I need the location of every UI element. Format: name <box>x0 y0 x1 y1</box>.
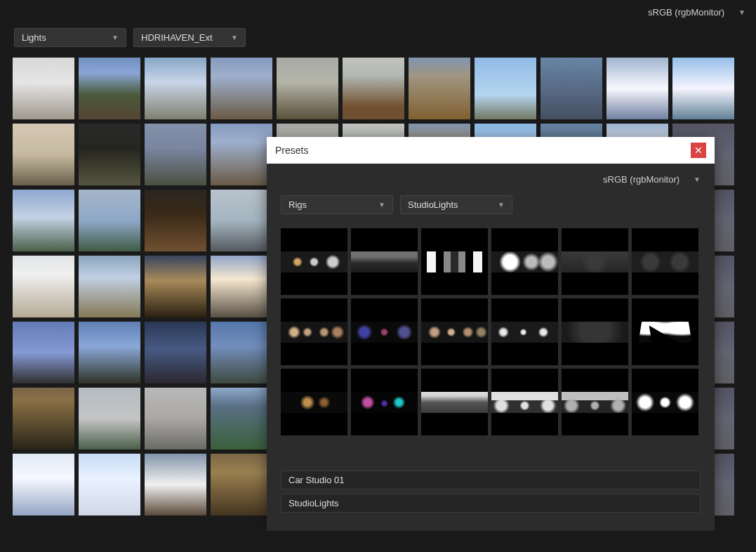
hdri-thumbnail[interactable] <box>79 454 140 515</box>
hdri-thumbnail[interactable] <box>145 322 206 383</box>
preset-thumbnail[interactable] <box>421 369 488 435</box>
modal-category-dropdown[interactable]: Rigs ▼ <box>281 195 393 214</box>
library-name-value: StudioLights <box>289 498 339 508</box>
preset-thumbnail[interactable] <box>632 228 698 295</box>
presets-dialog: Presets ✕ sRGB (rgbMonitor) ▼ Rigs ▼ Stu… <box>267 137 715 516</box>
hdri-thumbnail[interactable] <box>606 58 668 119</box>
category-label: Lights <box>22 32 46 43</box>
hdri-thumbnail[interactable] <box>79 256 140 317</box>
hdri-thumbnail[interactable] <box>145 256 206 317</box>
hdri-thumbnail[interactable] <box>13 388 74 449</box>
hdri-thumbnail[interactable] <box>79 190 140 251</box>
hdri-thumbnail[interactable] <box>13 58 74 119</box>
preset-thumbnail[interactable] <box>351 228 418 295</box>
hdri-thumbnail[interactable] <box>13 190 74 251</box>
selected-preset-field[interactable]: Car Studio 01 <box>281 471 701 489</box>
hdri-thumbnail[interactable] <box>79 58 140 119</box>
library-dropdown[interactable]: HDRIHAVEN_Ext ▼ <box>133 28 246 47</box>
modal-category-label: Rigs <box>289 199 307 210</box>
preset-thumbnail[interactable] <box>632 369 698 435</box>
preset-thumbnail-grid <box>281 228 701 435</box>
hdri-thumbnail[interactable] <box>79 388 140 449</box>
hdri-thumbnail[interactable] <box>211 58 272 119</box>
hdri-thumbnail[interactable] <box>277 58 338 119</box>
hdri-thumbnail[interactable] <box>409 58 470 119</box>
hdri-thumbnail[interactable] <box>79 322 140 383</box>
hdri-thumbnail[interactable] <box>211 322 272 383</box>
library-label: HDRIHAVEN_Ext <box>141 32 213 43</box>
preset-thumbnail[interactable] <box>632 298 698 365</box>
library-name-field[interactable]: StudioLights <box>281 494 701 513</box>
preset-thumbnail[interactable] <box>562 228 628 295</box>
hdri-thumbnail[interactable] <box>145 454 206 515</box>
preset-thumbnail[interactable] <box>281 298 347 365</box>
hdri-thumbnail[interactable] <box>541 58 602 119</box>
category-dropdown[interactable]: Lights ▼ <box>14 28 126 47</box>
dropdown-arrow-icon: ▼ <box>378 201 385 209</box>
dialog-titlebar: Presets ✕ <box>267 137 715 164</box>
preset-thumbnail[interactable] <box>421 298 488 365</box>
preset-thumbnail[interactable] <box>562 369 628 435</box>
hdri-thumbnail[interactable] <box>211 454 272 515</box>
color-space-label: sRGB (rgbMonitor) <box>648 7 724 18</box>
preset-thumbnail[interactable] <box>491 369 558 435</box>
dropdown-arrow-icon: ▼ <box>738 8 745 16</box>
hdri-thumbnail[interactable] <box>145 190 206 251</box>
dropdown-arrow-icon: ▼ <box>694 176 701 183</box>
hdri-thumbnail[interactable] <box>145 388 206 449</box>
close-button[interactable]: ✕ <box>691 143 706 158</box>
preset-thumbnail[interactable] <box>351 369 418 435</box>
preset-thumbnail[interactable] <box>351 298 418 365</box>
hdri-thumbnail[interactable] <box>13 256 74 317</box>
modal-color-space-dropdown[interactable]: sRGB (rgbMonitor) ▼ <box>603 174 701 185</box>
hdri-thumbnail[interactable] <box>475 58 536 119</box>
dropdown-arrow-icon: ▼ <box>231 34 238 41</box>
hdri-thumbnail[interactable] <box>211 256 272 317</box>
hdri-thumbnail[interactable] <box>145 124 206 185</box>
dropdown-arrow-icon: ▼ <box>112 34 119 41</box>
selected-preset-value: Car Studio 01 <box>289 475 345 485</box>
hdri-thumbnail[interactable] <box>672 58 734 119</box>
hdri-thumbnail[interactable] <box>13 124 74 185</box>
hdri-thumbnail[interactable] <box>13 454 74 515</box>
dialog-title: Presets <box>275 145 308 156</box>
modal-library-dropdown[interactable]: StudioLights ▼ <box>400 195 512 214</box>
hdri-thumbnail[interactable] <box>211 124 272 185</box>
hdri-thumbnail[interactable] <box>145 58 206 119</box>
hdri-thumbnail[interactable] <box>343 58 404 119</box>
preset-thumbnail[interactable] <box>491 228 558 295</box>
color-space-dropdown[interactable]: sRGB (rgbMonitor) ▼ <box>648 7 745 18</box>
modal-library-label: StudioLights <box>408 199 458 210</box>
modal-color-space-label: sRGB (rgbMonitor) <box>603 174 679 185</box>
preset-thumbnail[interactable] <box>421 228 488 295</box>
preset-thumbnail[interactable] <box>562 298 628 365</box>
dropdown-arrow-icon: ▼ <box>498 201 505 209</box>
preset-thumbnail[interactable] <box>281 228 347 295</box>
hdri-thumbnail[interactable] <box>211 388 272 449</box>
close-icon: ✕ <box>694 145 703 156</box>
preset-thumbnail[interactable] <box>491 298 558 365</box>
preset-thumbnail[interactable] <box>281 369 347 435</box>
hdri-thumbnail[interactable] <box>79 124 140 185</box>
hdri-thumbnail[interactable] <box>211 190 272 251</box>
hdri-thumbnail[interactable] <box>13 322 74 383</box>
